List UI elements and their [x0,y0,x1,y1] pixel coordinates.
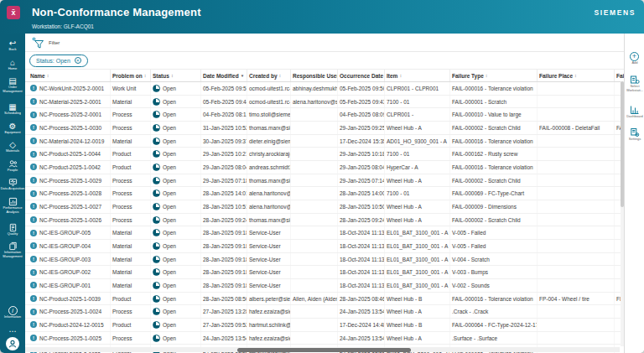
table-row[interactable]: !NC-Process-2025-1-0028ProcessOpen28-Jan… [25,187,624,200]
table-row[interactable]: !NC-Process-2025-1-0029ProcessOpen29-Jan… [25,174,624,188]
sidebar-item-materials[interactable]: ◇ Materials [0,140,25,157]
table-row[interactable]: !NC-Process-2025-1-0030ProcessOpen31-Jan… [25,122,624,135]
sidebar-item-equipment[interactable]: ⚙ Equipment [0,122,25,138]
nc-info-icon: ! [30,203,37,210]
status-open-icon [153,164,160,171]
table-row[interactable]: !NC-Process-2025-1-0024ProcessOpen27-Jan… [25,305,624,319]
cell-status: Open [151,122,201,134]
cell-occurrence_date: 29-Jan-2025 10:18 [338,148,385,160]
cell-failure_place [538,279,615,292]
horizontal-scrollbar[interactable] [25,347,620,352]
column-header-item[interactable]: Item↕ [385,70,450,81]
app-logo-icon[interactable]: x̄ [7,6,20,19]
sidebar-item-information-management[interactable]: Information Management [0,241,25,265]
column-header-status[interactable]: Status↕ [151,70,201,81]
sidebar-item-data-acquisition[interactable]: Data Acquisition [0,178,25,195]
horizontal-scrollbar-thumb[interactable] [237,348,411,352]
cell-failure_type: FAIL-000002 - Scratch Child [450,122,538,134]
back-icon: ↩ [9,39,16,48]
cell-created_by: albers.peter@sieme... [247,293,291,305]
filter-bar: 1 Filter [25,34,624,52]
table-row[interactable]: !NC-Product-2025-1-0044ProductOpen29-Jan… [25,148,624,161]
filter-chip-status-open[interactable]: Status: Open × [29,55,88,67]
column-header-problem_on[interactable]: Problem on↕ [111,70,151,81]
cell-status: Open [151,319,201,331]
sidebar-item-back[interactable]: ↩ Back [0,39,25,55]
cell-name: !NC-Process-2025-1-0030 [25,122,111,134]
cell-problem_on: Process [111,200,151,213]
column-header-created_by[interactable]: Created by↕ [247,70,291,81]
column-header-failure_type[interactable]: Failure Type↕ [450,70,538,81]
nc-info-icon: ! [30,335,37,341]
remove-filter-icon[interactable]: × [75,57,81,64]
column-header-responsible_user[interactable]: Responsible User↕ [291,70,338,81]
cell-failure_place [538,82,615,95]
cell-problem_on: Product [111,319,151,331]
column-header-date_modified[interactable]: Date Modified▼ [201,70,247,81]
sidebar-item-order-management[interactable]: ▤ Order Management [0,76,25,100]
table-row[interactable]: !NC-IES-GROUP-005MaterialOpen28-Jan-2025… [25,226,624,240]
sidebar-item-quality[interactable]: Quality [0,223,25,240]
column-header-failure_extra[interactable]: Failu [615,70,624,81]
table-row[interactable]: !NC-Process-2025-1-0026ProcessOpen28-Jan… [25,214,624,227]
settings-button[interactable]: Settings [626,127,644,145]
cell-item: Wheel Hub - A [385,174,450,187]
sidebar-bottom-group: i Information ⋯ [0,306,25,353]
page-title: Non-Conformance Management [32,6,201,18]
performance-analysis-icon [8,197,18,206]
table-row[interactable]: !NC-IES-GROUP-003MaterialOpen28-Jan-2025… [25,253,624,267]
table-row[interactable]: !NC-Product-2024-12-0015ProductOpen27-Ja… [25,319,624,332]
cell-item: EL01_BAT_3100_001 - A [385,279,450,292]
sidebar-item-scheduling[interactable]: ▦ Scheduling [0,102,25,119]
cell-failure_type: FAIL-000016 - Tolerance violation [450,161,538,174]
table-row[interactable]: !NC-IES-GROUP-001MaterialOpen28-Jan-2025… [25,279,624,293]
sidebar-item-people[interactable]: People [0,159,25,176]
cell-problem_on: Process [111,305,151,318]
table-row[interactable]: !NC-Material-2025-2-0001MaterialOpen05-F… [25,96,624,109]
user-avatar[interactable] [6,337,19,350]
cell-name: !NC-Product-2025-1-0044 [25,148,111,160]
column-header-name[interactable]: Name↕ [25,70,111,81]
sort-desc-icon: ▼ [241,74,244,78]
status-open-icon [153,308,160,315]
dashboard-button[interactable]: Dashboard [626,105,644,122]
table-row[interactable]: !NC-Process-2025-1-0027ProcessOpen28-Jan… [25,200,624,214]
sort-icon: ↕ [574,73,577,78]
table-row[interactable]: !NC-IES-GROUP-004MaterialOpen28-Jan-2025… [25,240,624,253]
right-action-panel: + Add Select Workstati... Dashboard [624,34,644,353]
sidebar-item-performance-analysis[interactable]: Performance Analysis [0,197,25,221]
table-body: !NC-WorkUnit-2025-2-0001Work UnitOpen05-… [25,82,624,353]
filter-icon[interactable]: 1 [34,38,44,48]
sidebar-item-home[interactable]: ⌂ Home [0,58,25,75]
information-icon: i [8,306,18,315]
table-row[interactable]: !NC-Product-2025-1-0039ProductOpen28-Jan… [25,293,624,306]
table-row[interactable]: !NC-Process-2025-2-0001ProcessOpen04-Feb… [25,108,624,122]
table-row[interactable]: !NC-IES-GROUP-002MaterialOpen28-Jan-2025… [25,266,624,279]
cell-status: Open [151,266,201,278]
cell-name: !NC-Material-2024-12-0019 [25,135,111,148]
column-header-occurrence_date[interactable]: Occurrence Date↕ [338,70,385,81]
table-row[interactable]: !NC-Material-2024-12-0019MaterialOpen30-… [25,135,624,148]
select-workstation-button[interactable]: Select Workstati... [626,75,644,99]
cell-created_by: Service-User [247,279,291,292]
cell-date_modified: 04-Feb-2025 08:12 [201,108,247,121]
column-header-failure_place[interactable]: Failure Place↕ [538,70,615,81]
table-row[interactable]: !NC-Product-2025-1-0042ProductOpen29-Jan… [25,161,624,174]
sidebar-overflow-icon[interactable]: ⋯ [9,328,17,335]
cell-status: Open [151,200,201,213]
cell-name: !NC-Process-2025-1-0026 [25,214,111,226]
sidebar-item-label: Back [0,48,26,51]
sort-icon: ↕ [171,73,174,78]
add-button[interactable]: + Add [626,52,644,69]
table-row[interactable]: !NC-WorkUnit-2025-2-0001Work UnitOpen05-… [25,82,624,96]
table-row[interactable]: !NC-Process-2025-1-0025ProcessOpen24-Jan… [25,332,624,345]
cell-created_by: hafez.ezaiza@siem... [247,332,291,345]
cell-failure_place [538,200,615,213]
dashboard-icon [630,105,640,115]
cell-occurrence_date: 24-Jan-2025 13:54 [338,332,385,345]
cell-occurrence_date: 28-Jan-2025 10:50 [338,200,385,213]
cell-failure_type: FAIL-000010 - Value to large [450,108,538,121]
scheduling-icon: ▦ [8,102,16,112]
select-workstation-icon [630,75,640,85]
sidebar-item-information[interactable]: i Information [0,306,25,323]
